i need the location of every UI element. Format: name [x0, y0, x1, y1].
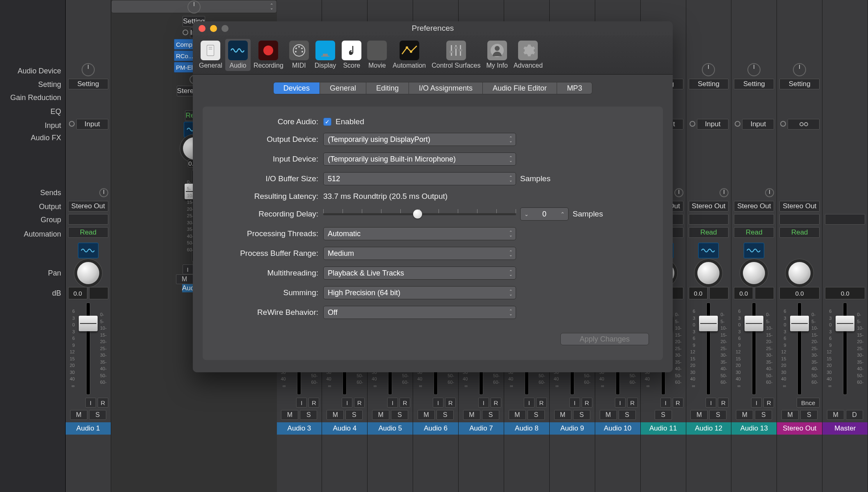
toolbar-control_surfaces[interactable]: Control Surfaces: [429, 39, 483, 71]
gain-knob[interactable]: [702, 63, 715, 76]
automation-mode[interactable]: Read: [779, 227, 820, 238]
recording-delay-slider[interactable]: [323, 210, 516, 218]
toolbar-audio[interactable]: Audio: [225, 39, 251, 71]
record-enable-button[interactable]: R: [627, 398, 638, 408]
solo-button[interactable]: S: [89, 410, 106, 420]
output-slot[interactable]: Stereo Out: [779, 201, 820, 212]
input-monitor-button[interactable]: I: [615, 398, 626, 408]
track-name[interactable]: Audio 5: [368, 422, 413, 435]
output-slot[interactable]: Stereo Out: [689, 201, 729, 212]
record-enable-button[interactable]: R: [308, 398, 319, 408]
input-format-icon[interactable]: [780, 121, 786, 127]
record-enable-button[interactable]: R: [400, 398, 410, 408]
proc-threads-select[interactable]: Automatic: [323, 227, 516, 240]
subtab-mp-[interactable]: MP3: [557, 82, 592, 94]
solo-button[interactable]: S: [482, 410, 499, 420]
slider-thumb-icon[interactable]: [413, 210, 422, 219]
track-name[interactable]: Stereo Out: [777, 422, 822, 435]
fader-cap[interactable]: [699, 316, 718, 331]
record-enable-button[interactable]: R: [354, 398, 365, 408]
bounce-button[interactable]: Bnce: [797, 398, 820, 408]
close-icon[interactable]: [199, 25, 206, 32]
toolbar-recording[interactable]: Recording: [251, 39, 286, 71]
solo-button[interactable]: S: [619, 410, 636, 420]
waveform-button[interactable]: [78, 243, 98, 258]
channel-strip[interactable]: SettingInputStereo OutRead0.063036912152…: [66, 0, 111, 492]
group-slot[interactable]: [779, 214, 820, 225]
track-name[interactable]: Audio 13: [731, 422, 777, 435]
subtab-audio-file-editor[interactable]: Audio File Editor: [483, 82, 557, 94]
toolbar-general[interactable]: General: [196, 39, 225, 71]
group-slot[interactable]: [68, 214, 108, 225]
peak-readout[interactable]: [709, 287, 729, 299]
track-name[interactable]: Audio 3: [277, 422, 322, 435]
subtab-devices[interactable]: Devices: [273, 82, 320, 94]
send-knob[interactable]: [720, 188, 729, 197]
gain-knob[interactable]: [187, 0, 201, 14]
track-name[interactable]: Audio 10: [595, 422, 640, 435]
input-monitor-button[interactable]: I: [387, 398, 398, 408]
mute-button[interactable]: M: [600, 410, 617, 420]
record-enable-button[interactable]: R: [763, 398, 774, 408]
solo-button[interactable]: S: [300, 410, 317, 420]
channel-strip[interactable]: 0.06303691215203040∞0-5-10-15-20-25-30-3…: [822, 0, 868, 492]
track-name[interactable]: Audio 12: [686, 422, 731, 435]
input-monitor-button[interactable]: I: [342, 398, 352, 408]
group-slot[interactable]: [689, 214, 729, 225]
fader-cap[interactable]: [745, 316, 763, 331]
group-slot[interactable]: [734, 214, 774, 225]
toolbar-display[interactable]: Display: [312, 39, 339, 71]
mute-button[interactable]: M: [554, 410, 571, 420]
pan-knob[interactable]: [697, 262, 720, 284]
send-knob[interactable]: [765, 188, 774, 197]
db-readout[interactable]: 0.0: [825, 287, 865, 299]
pan-knob[interactable]: [77, 262, 99, 284]
input-format-icon[interactable]: [183, 30, 188, 35]
solo-button[interactable]: S: [345, 410, 363, 420]
solo-button[interactable]: S: [755, 410, 772, 420]
toolbar-movie[interactable]: Movie: [364, 39, 390, 71]
waveform-button[interactable]: [698, 243, 719, 258]
input-monitor-button[interactable]: I: [569, 398, 580, 408]
input-format-icon[interactable]: [690, 121, 695, 127]
solo-button[interactable]: S: [709, 410, 726, 420]
setting-slot[interactable]: Setting: [68, 79, 108, 89]
mute-button[interactable]: M: [327, 410, 344, 420]
mute-button[interactable]: M: [736, 410, 753, 420]
core-audio-checkbox[interactable]: ✓: [323, 118, 331, 126]
mute-button[interactable]: M: [690, 410, 708, 420]
summing-select[interactable]: High Precision (64 bit): [323, 286, 516, 299]
solo-button[interactable]: S: [655, 410, 672, 420]
db-readout[interactable]: 0.0: [68, 287, 87, 299]
toolbar-score[interactable]: Score: [339, 39, 364, 71]
mute-button[interactable]: M: [827, 410, 844, 420]
titlebar[interactable]: Preferences: [193, 21, 673, 35]
track-name[interactable]: Audio 4: [322, 422, 367, 435]
channel-strip[interactable]: SettingInputStereo OutRead0.063036912152…: [686, 0, 732, 492]
input-monitor-button[interactable]: I: [751, 398, 762, 408]
toolbar-automation[interactable]: Automation: [390, 39, 429, 71]
db-readout[interactable]: 0.0: [779, 287, 820, 299]
rewire-select[interactable]: Off: [323, 306, 516, 319]
input-format-icon[interactable]: [69, 121, 75, 127]
automation-mode[interactable]: Read: [734, 227, 774, 238]
subtab-general[interactable]: General: [320, 82, 366, 94]
mute-button[interactable]: M: [176, 274, 193, 284]
mute-button[interactable]: M: [418, 410, 435, 420]
multithreading-select[interactable]: Playback & Live Tracks: [323, 266, 516, 280]
subtab-i-o-assignments[interactable]: I/O Assignments: [409, 82, 483, 94]
input-format-icon[interactable]: [735, 121, 740, 127]
db-readout[interactable]: 0.0: [689, 287, 708, 299]
track-name[interactable]: Audio 7: [459, 422, 504, 435]
mute-button[interactable]: M: [372, 410, 389, 420]
solo-button[interactable]: S: [391, 410, 408, 420]
output-slot[interactable]: Stereo Out: [734, 201, 774, 212]
recording-delay-value[interactable]: 0: [532, 210, 557, 219]
record-enable-button[interactable]: R: [98, 398, 108, 408]
output-device-select[interactable]: (Temporarily using DisplayPort): [323, 133, 516, 146]
track-name[interactable]: Audio 1: [66, 422, 111, 435]
io-buffer-select[interactable]: 512: [323, 172, 516, 185]
dim-button[interactable]: D: [846, 410, 863, 420]
mute-button[interactable]: M: [463, 410, 480, 420]
setting-slot[interactable]: Setting: [734, 79, 774, 89]
